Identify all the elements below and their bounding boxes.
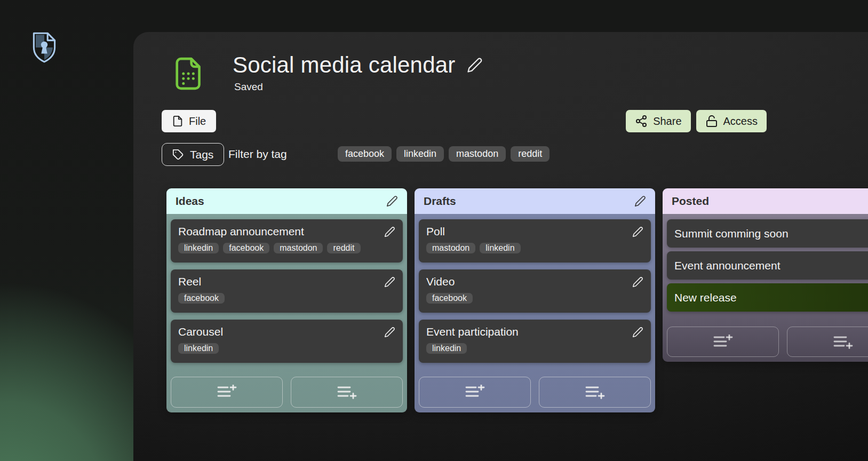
card-title: Video — [426, 275, 455, 289]
board-column-ideas: Ideas Roadmap announcement linkedin face… — [166, 188, 407, 412]
app-root: Social media calendar Saved File Share A… — [0, 0, 868, 461]
card-tag: facebook — [426, 293, 473, 304]
access-button[interactable]: Access — [696, 110, 767, 132]
card-tag: linkedin — [426, 343, 467, 354]
card-title: Event participation — [426, 325, 519, 339]
add-card-bottom-button[interactable] — [787, 327, 868, 357]
add-to-bottom-icon — [833, 335, 853, 349]
card-tag: reddit — [327, 243, 360, 253]
unlock-icon — [705, 115, 718, 128]
filter-by-tag-label: Filter by tag — [228, 148, 287, 161]
card-title: Carousel — [178, 325, 223, 339]
card-title: Roadmap announcement — [178, 225, 304, 239]
card-tag: facebook — [178, 293, 225, 304]
edit-title-icon[interactable] — [467, 57, 483, 73]
edit-card-icon[interactable] — [632, 276, 643, 288]
edit-card-icon[interactable] — [384, 327, 395, 338]
add-card-top-button[interactable] — [171, 377, 283, 408]
tags-button[interactable]: Tags — [162, 143, 224, 166]
cryptpad-logo-icon[interactable] — [30, 30, 58, 64]
file-icon — [172, 115, 184, 127]
share-button[interactable]: Share — [626, 110, 690, 132]
document-panel: Social media calendar Saved File Share A… — [133, 32, 868, 461]
add-card-bottom-button[interactable] — [539, 377, 651, 408]
share-icon — [635, 115, 648, 128]
board-card[interactable]: Roadmap announcement linkedin facebook m… — [171, 219, 403, 263]
add-card-bottom-button[interactable] — [291, 377, 403, 408]
board-column-posted: Posted Summit comming soon Event announc… — [663, 188, 868, 362]
column-header: Drafts — [415, 188, 655, 214]
board-card[interactable]: Carousel linkedin — [171, 320, 403, 363]
tag-icon — [172, 149, 184, 161]
card-title: Event announcement — [674, 259, 780, 273]
sidebar — [0, 0, 133, 461]
edit-card-icon[interactable] — [384, 226, 395, 237]
save-status: Saved — [234, 81, 263, 93]
filter-tag[interactable]: facebook — [338, 146, 392, 162]
edit-card-icon[interactable] — [384, 276, 395, 288]
add-to-bottom-icon — [337, 385, 357, 400]
column-header: Posted — [663, 188, 868, 214]
card-title: Reel — [178, 275, 201, 289]
board-card[interactable]: Event announcement — [667, 251, 868, 280]
board-card[interactable]: Reel facebook — [171, 269, 403, 313]
edit-column-icon[interactable] — [386, 195, 398, 207]
column-header: Ideas — [166, 188, 407, 214]
edit-card-icon[interactable] — [632, 327, 643, 338]
card-tag: linkedin — [178, 343, 219, 354]
card-title: New release — [674, 291, 737, 305]
column-title: Ideas — [176, 195, 204, 208]
add-to-bottom-icon — [585, 385, 605, 400]
card-tag: facebook — [223, 243, 269, 253]
column-title: Posted — [672, 195, 709, 208]
column-title: Drafts — [424, 195, 456, 208]
filter-tag[interactable]: mastodon — [449, 146, 506, 162]
add-card-top-button[interactable] — [419, 377, 531, 408]
add-to-top-icon — [465, 385, 485, 400]
filter-tag-list: facebook linkedin mastodon reddit — [338, 146, 550, 162]
card-title: Summit comming soon — [674, 227, 789, 241]
add-card-top-button[interactable] — [667, 327, 779, 357]
card-title: Poll — [426, 225, 445, 239]
card-tag: linkedin — [178, 243, 219, 253]
board-card[interactable]: New release — [667, 283, 868, 312]
file-menu-button[interactable]: File — [162, 110, 216, 132]
filter-tag[interactable]: linkedin — [396, 146, 444, 162]
card-tag: mastodon — [274, 243, 323, 253]
add-to-top-icon — [217, 385, 237, 400]
board-card[interactable]: Summit comming soon — [667, 219, 868, 248]
board-card[interactable]: Poll mastodon linkedin — [419, 219, 651, 263]
card-tag: linkedin — [480, 243, 520, 253]
board-card[interactable]: Event participation linkedin — [419, 320, 651, 363]
card-tag: mastodon — [426, 243, 475, 253]
filter-tag[interactable]: reddit — [511, 146, 550, 162]
document-title: Social media calendar — [233, 52, 455, 78]
board-card[interactable]: Video facebook — [419, 269, 651, 313]
edit-column-icon[interactable] — [634, 195, 646, 207]
edit-card-icon[interactable] — [632, 226, 643, 237]
add-to-top-icon — [713, 335, 733, 349]
board-column-drafts: Drafts Poll mastodon linkedin Vide — [415, 188, 655, 412]
kanban-file-icon — [175, 57, 203, 91]
